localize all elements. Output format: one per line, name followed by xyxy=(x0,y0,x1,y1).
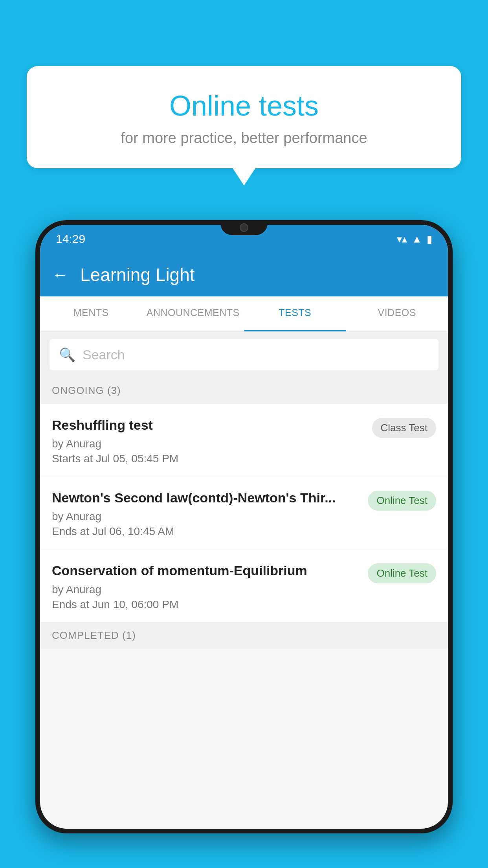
search-icon: 🔍 xyxy=(59,347,75,362)
test-author-2: by Anurag xyxy=(52,510,360,523)
ongoing-section-header: ONGOING (3) xyxy=(40,377,448,404)
test-info-3: Conservation of momentum-Equilibrium by … xyxy=(52,562,368,611)
test-author-3: by Anurag xyxy=(52,583,360,596)
bubble-subtitle: for more practice, better performance xyxy=(46,130,442,147)
speech-bubble: Online tests for more practice, better p… xyxy=(27,66,461,168)
test-info-2: Newton's Second law(contd)-Newton's Thir… xyxy=(52,489,368,538)
tab-ments[interactable]: MENTS xyxy=(40,296,142,331)
test-title-2: Newton's Second law(contd)-Newton's Thir… xyxy=(52,489,360,506)
tab-videos[interactable]: VIDEOS xyxy=(346,296,448,331)
test-time-3: Ends at Jun 10, 06:00 PM xyxy=(52,598,360,611)
app-bar-title: Learning Light xyxy=(80,264,195,285)
test-title-3: Conservation of momentum-Equilibrium xyxy=(52,562,360,579)
test-title-1: Reshuffling test xyxy=(52,416,364,434)
test-info-1: Reshuffling test by Anurag Starts at Jul… xyxy=(52,416,372,465)
test-badge-3: Online Test xyxy=(368,563,436,583)
test-list: Reshuffling test by Anurag Starts at Jul… xyxy=(40,404,448,622)
phone-container: 14:29 ▾▴ ▲ ▮ ← Learning Light MENTS ANNO… xyxy=(35,220,453,868)
ongoing-section-label: ONGOING (3) xyxy=(52,384,121,396)
battery-icon: ▮ xyxy=(427,233,432,245)
tab-bar: MENTS ANNOUNCEMENTS TESTS VIDEOS xyxy=(40,296,448,332)
test-time-1: Starts at Jul 05, 05:45 PM xyxy=(52,452,364,465)
search-container: 🔍 Search xyxy=(40,332,448,377)
phone-camera xyxy=(240,223,248,232)
test-badge-2: Online Test xyxy=(368,491,436,511)
phone-outer: 14:29 ▾▴ ▲ ▮ ← Learning Light MENTS ANNO… xyxy=(35,220,453,833)
test-item-3[interactable]: Conservation of momentum-Equilibrium by … xyxy=(40,549,448,622)
status-time: 14:29 xyxy=(56,232,85,246)
status-icons: ▾▴ ▲ ▮ xyxy=(397,233,432,245)
back-button[interactable]: ← xyxy=(52,265,68,284)
wifi-icon: ▾▴ xyxy=(397,233,407,245)
completed-section-label: COMPLETED (1) xyxy=(52,629,136,641)
phone-screen: 14:29 ▾▴ ▲ ▮ ← Learning Light MENTS ANNO… xyxy=(40,225,448,829)
app-bar: ← Learning Light xyxy=(40,253,448,296)
signal-icon: ▲ xyxy=(412,233,422,245)
completed-section-header: COMPLETED (1) xyxy=(40,622,448,649)
tab-announcements[interactable]: ANNOUNCEMENTS xyxy=(142,296,244,331)
test-item-1[interactable]: Reshuffling test by Anurag Starts at Jul… xyxy=(40,404,448,476)
test-item-2[interactable]: Newton's Second law(contd)-Newton's Thir… xyxy=(40,476,448,549)
test-badge-1: Class Test xyxy=(372,418,436,438)
bubble-title: Online tests xyxy=(46,90,442,122)
search-placeholder: Search xyxy=(83,347,125,362)
test-time-2: Ends at Jul 06, 10:45 AM xyxy=(52,525,360,538)
search-bar[interactable]: 🔍 Search xyxy=(50,339,438,370)
tab-tests[interactable]: TESTS xyxy=(244,296,346,331)
phone-notch xyxy=(220,220,268,235)
test-author-1: by Anurag xyxy=(52,438,364,450)
